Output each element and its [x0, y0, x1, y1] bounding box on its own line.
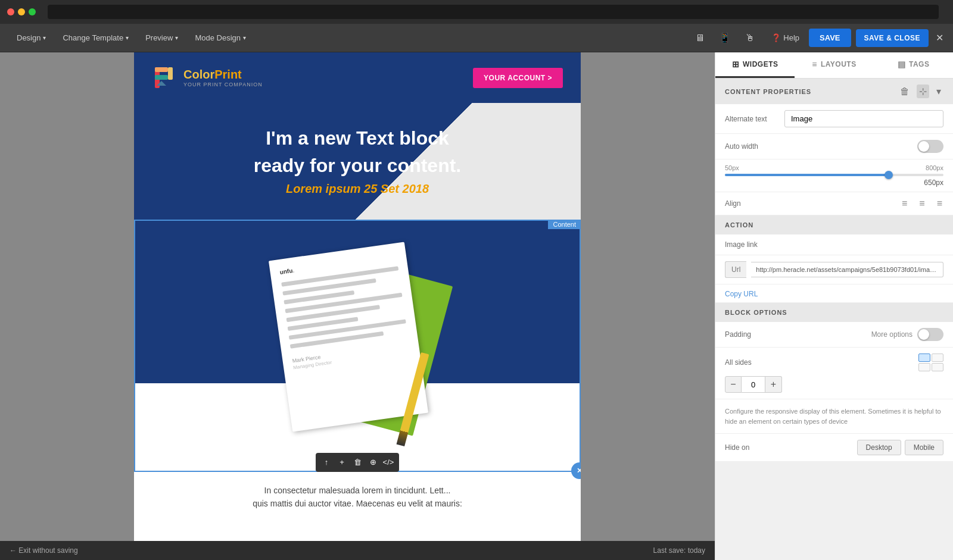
content-properties-title: CONTENT PROPERTIES — [725, 88, 811, 95]
align-center-button[interactable]: ≡ — [918, 197, 926, 210]
more-options-area: More options — [871, 328, 943, 341]
design-menu[interactable]: Design — [10, 30, 53, 46]
body-text-2: quis mattis dui auctor vitae. Maecenas e… — [152, 497, 563, 510]
sides-top-row: All sides — [725, 353, 943, 371]
tab-tags[interactable]: ▤ TAGS — [874, 52, 953, 78]
move-up-button[interactable]: ↑ — [319, 455, 334, 470]
alternate-text-input[interactable] — [784, 110, 943, 127]
help-icon: ❓ — [771, 33, 781, 42]
account-button[interactable]: YOUR ACCOUNT > — [473, 68, 563, 88]
bottom-bar: ← Exit without saving Last save: today — [0, 541, 715, 560]
width-slider-row: 50px 800px 650px — [715, 159, 953, 192]
more-options-label: More options — [871, 330, 912, 339]
auto-width-toggle[interactable] — [917, 140, 943, 153]
widgets-icon: ⊞ — [732, 60, 740, 69]
mobile-button[interactable]: Mobile — [905, 440, 943, 455]
add-block-button[interactable]: + — [335, 455, 349, 470]
padding-label: Padding — [725, 330, 784, 339]
browser-chrome — [0, 0, 953, 24]
content-properties-header: CONTENT PROPERTIES 🗑 ⊹ ▾ — [715, 79, 953, 104]
save-button[interactable]: SAVE — [809, 29, 851, 47]
align-left-button[interactable]: ≡ — [901, 197, 908, 210]
browser-url-bar[interactable] — [48, 5, 939, 19]
main-layout: ColorPrint YOUR PRINT COMPANION YOUR ACC… — [0, 52, 953, 560]
email-body: In consectetur malesuada lorem in tincid… — [134, 472, 581, 523]
close-dot[interactable] — [7, 8, 14, 15]
slider-value: 650px — [725, 179, 943, 187]
tags-icon: ▤ — [898, 60, 906, 69]
canvas-area: ColorPrint YOUR PRINT COMPANION YOUR ACC… — [0, 52, 715, 560]
tab-layouts-label: LAYOUTS — [821, 60, 857, 68]
slider-max: 800px — [926, 164, 943, 171]
monitor-icon[interactable]: 🖱 — [740, 30, 759, 46]
hero-text-line1: I'm a new Text block — [152, 127, 563, 149]
panel-content: CONTENT PROPERTIES 🗑 ⊹ ▾ Alternate text … — [715, 79, 953, 560]
content-image: unfu. Mark Pierce Managing Direc — [135, 221, 580, 471]
minimize-dot[interactable] — [18, 8, 25, 15]
alternate-text-row: Alternate text — [715, 104, 953, 134]
tab-widgets[interactable]: ⊞ WIDGETS — [715, 52, 795, 78]
maximize-dot[interactable] — [29, 8, 36, 15]
toggle-knob — [918, 141, 929, 152]
tablet-icon[interactable]: 📱 — [714, 30, 736, 46]
hero-text-line2: ready for your content. — [152, 154, 563, 177]
info-text: Configure the responsive display of this… — [715, 399, 953, 434]
toolbar: Design Change Template Preview Mode Desi… — [0, 24, 953, 52]
save-close-button[interactable]: SAVE & CLOSE — [856, 29, 929, 47]
block-toolbar: ↑ + 🗑 ⊕ </> — [316, 453, 399, 472]
email-hero: I'm a new Text block ready for your cont… — [134, 103, 581, 220]
preview-menu[interactable]: Preview — [138, 30, 185, 46]
tab-widgets-label: WIDGETS — [743, 60, 778, 68]
all-sides-row: All sides − 0 + — [715, 348, 953, 399]
mode-design-menu[interactable]: Mode Design — [188, 30, 253, 46]
alternate-text-label: Alternate text — [725, 115, 784, 123]
close-button[interactable]: ✕ — [936, 32, 943, 43]
block-options-title: BLOCK OPTIONS — [725, 309, 787, 316]
content-block[interactable]: Content unfu. — [134, 220, 581, 472]
hide-on-label: Hide on — [725, 443, 784, 452]
image-link-row: Image link — [715, 234, 953, 255]
help-button[interactable]: ❓ Help — [771, 33, 799, 42]
logo-tagline: YOUR PRINT COMPANION — [183, 82, 263, 87]
tab-layouts[interactable]: ≡ LAYOUTS — [795, 52, 874, 78]
email-preview: ColorPrint YOUR PRINT COMPANION YOUR ACC… — [134, 52, 581, 560]
align-right-button[interactable]: ≡ — [936, 197, 943, 210]
slider-thumb[interactable] — [885, 171, 893, 179]
layouts-icon: ≡ — [812, 60, 817, 69]
desktop-button[interactable]: Desktop — [857, 440, 901, 455]
exit-button[interactable]: ← Exit without saving — [10, 546, 78, 555]
copy-url-link[interactable]: Copy URL — [725, 290, 758, 298]
side-icon-box-3 — [918, 363, 930, 371]
logo-brand: ColorPrint — [183, 68, 263, 82]
padding-stepper: − 0 + — [725, 376, 943, 393]
hide-on-row: Hide on Desktop Mobile — [715, 434, 953, 462]
side-icon-box-2 — [932, 353, 943, 362]
body-text-1: In consectetur malesuada lorem in tincid… — [152, 484, 563, 497]
email-header: ColorPrint YOUR PRINT COMPANION YOUR ACC… — [134, 52, 581, 103]
logo-icon — [152, 64, 179, 91]
align-buttons: ≡ ≡ ≡ — [901, 197, 943, 210]
collapse-btn[interactable]: ▾ — [934, 85, 943, 98]
stepper-minus[interactable]: − — [725, 376, 742, 393]
desktop-icon[interactable]: 🖥 — [690, 30, 709, 46]
more-options-toggle[interactable] — [917, 328, 943, 341]
change-template-menu[interactable]: Change Template — [55, 30, 136, 46]
doc-main: unfu. Mark Pierce Managing Direc — [269, 242, 428, 431]
delete-section-btn[interactable]: 🗑 — [898, 85, 912, 98]
duplicate-block-button[interactable]: ⊕ — [366, 455, 380, 470]
code-block-button[interactable]: </> — [381, 455, 395, 470]
action-header: ACTION — [715, 215, 953, 234]
svg-rect-2 — [155, 67, 168, 72]
delete-block-button[interactable]: 🗑 — [350, 455, 365, 470]
copy-url-row: Copy URL — [715, 284, 953, 303]
slider-track[interactable] — [725, 174, 943, 176]
device-icons: 🖥 📱 🖱 — [690, 30, 759, 46]
canvas-wrapper: ColorPrint YOUR PRINT COMPANION YOUR ACC… — [0, 52, 715, 560]
content-label: Content — [548, 220, 581, 229]
slider-min: 50px — [725, 164, 739, 171]
browser-dots — [7, 8, 36, 15]
stepper-plus[interactable]: + — [765, 376, 782, 393]
auto-width-label: Auto width — [725, 142, 784, 151]
url-input[interactable] — [751, 262, 943, 277]
cursor-btn[interactable]: ⊹ — [917, 85, 929, 98]
